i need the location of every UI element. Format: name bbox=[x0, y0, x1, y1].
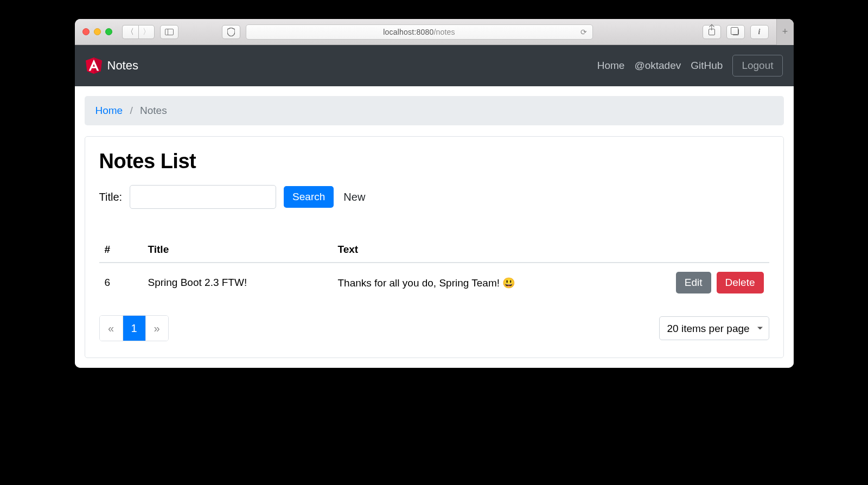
url-text: localhost:8080/notes bbox=[383, 28, 455, 36]
new-tab-button[interactable]: + bbox=[776, 19, 794, 45]
window-minimize-button[interactable] bbox=[94, 28, 101, 35]
breadcrumb-current: Notes bbox=[140, 105, 167, 116]
tabs-button[interactable] bbox=[726, 25, 745, 39]
reload-icon[interactable]: ⟳ bbox=[580, 28, 587, 36]
cell-text: Thanks for all you do, Spring Team! 😃 bbox=[333, 263, 661, 302]
main-card: Notes List Title: Search New # Title Tex… bbox=[85, 136, 784, 358]
row-actions: Edit Delete bbox=[666, 272, 764, 293]
notes-table: # Title Text 6 Spring Boot 2.3 FTW! Than… bbox=[99, 237, 769, 302]
info-icon: i bbox=[758, 28, 761, 36]
browser-window: 〈 〉 localhost:8080/notes ⟳ i + No bbox=[75, 19, 794, 368]
page-content: Notes Home @oktadev GitHub Logout Home /… bbox=[75, 45, 794, 368]
table-footer: « 1 » 20 items per page bbox=[99, 315, 769, 341]
cell-id: 6 bbox=[99, 263, 143, 302]
nav-link-home[interactable]: Home bbox=[597, 60, 625, 72]
forward-button[interactable]: 〉 bbox=[138, 25, 155, 39]
breadcrumb: Home / Notes bbox=[85, 96, 784, 125]
table-row: 6 Spring Boot 2.3 FTW! Thanks for all yo… bbox=[99, 263, 769, 302]
page-1[interactable]: 1 bbox=[123, 316, 145, 341]
sidebar-icon bbox=[165, 29, 174, 35]
logout-button[interactable]: Logout bbox=[732, 55, 782, 76]
th-title: Title bbox=[143, 237, 333, 263]
browser-toolbar: 〈 〉 localhost:8080/notes ⟳ i + bbox=[75, 19, 794, 45]
pagination: « 1 » bbox=[99, 315, 169, 341]
shield-icon bbox=[227, 28, 235, 36]
nav-link-github[interactable]: GitHub bbox=[691, 60, 723, 72]
cell-title: Spring Boot 2.3 FTW! bbox=[143, 263, 333, 302]
share-button[interactable] bbox=[703, 25, 721, 39]
privacy-report-button[interactable] bbox=[222, 25, 240, 39]
delete-button[interactable]: Delete bbox=[717, 272, 764, 293]
share-icon bbox=[709, 29, 715, 35]
app-navbar: Notes Home @oktadev GitHub Logout bbox=[75, 45, 794, 86]
info-button[interactable]: i bbox=[750, 25, 769, 39]
search-row: Title: Search New bbox=[99, 185, 769, 209]
per-page-wrap: 20 items per page bbox=[659, 316, 769, 340]
page-prev[interactable]: « bbox=[100, 316, 123, 341]
brand[interactable]: Notes bbox=[86, 57, 138, 74]
page-title: Notes List bbox=[99, 150, 769, 173]
nav-back-forward: 〈 〉 bbox=[122, 25, 155, 39]
address-bar[interactable]: localhost:8080/notes ⟳ bbox=[246, 24, 593, 40]
search-label: Title: bbox=[99, 191, 123, 203]
plus-icon: + bbox=[782, 26, 788, 37]
th-text: Text bbox=[333, 237, 661, 263]
search-input[interactable] bbox=[130, 185, 276, 209]
sidebar-toggle-button[interactable] bbox=[160, 25, 178, 39]
nav-right: Home @oktadev GitHub Logout bbox=[597, 55, 783, 76]
brand-text: Notes bbox=[107, 59, 138, 73]
nav-link-oktadev[interactable]: @oktadev bbox=[634, 60, 681, 72]
window-controls bbox=[82, 28, 112, 35]
th-actions bbox=[661, 237, 769, 263]
window-maximize-button[interactable] bbox=[105, 28, 112, 35]
window-close-button[interactable] bbox=[82, 28, 90, 35]
breadcrumb-home[interactable]: Home bbox=[95, 105, 123, 116]
chevron-right-icon: 〉 bbox=[143, 27, 150, 37]
breadcrumb-separator: / bbox=[130, 105, 132, 116]
th-id: # bbox=[99, 237, 143, 263]
per-page-select[interactable]: 20 items per page bbox=[659, 316, 769, 340]
back-button[interactable]: 〈 bbox=[122, 25, 138, 39]
table-header-row: # Title Text bbox=[99, 237, 769, 263]
search-button[interactable]: Search bbox=[284, 186, 334, 208]
angular-logo-icon bbox=[86, 57, 102, 74]
new-link[interactable]: New bbox=[343, 191, 365, 203]
edit-button[interactable]: Edit bbox=[676, 272, 711, 293]
tabs-icon bbox=[732, 29, 739, 35]
chevron-left-icon: 〈 bbox=[126, 27, 134, 37]
container: Home / Notes Notes List Title: Search Ne… bbox=[75, 86, 794, 368]
page-next[interactable]: » bbox=[145, 316, 168, 341]
